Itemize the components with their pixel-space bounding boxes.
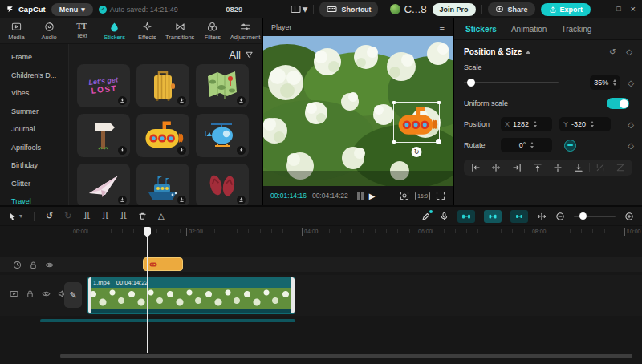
resize-handle[interactable] [392, 140, 396, 144]
sticker-helicopter[interactable] [196, 114, 249, 157]
y-stepper[interactable] [591, 119, 594, 129]
align-right-button[interactable] [506, 162, 527, 173]
rotate-stepper[interactable] [530, 140, 534, 150]
record-voiceover-button[interactable] [440, 212, 449, 221]
linked-audio-strip[interactable] [40, 319, 295, 322]
split-button[interactable]: ][ [83, 212, 90, 220]
sticker-flip-flops[interactable] [196, 164, 249, 205]
category-travel[interactable]: Travel [0, 192, 68, 205]
align-center-horizontal-button[interactable] [486, 162, 507, 173]
export-button[interactable]: Export [541, 3, 591, 16]
category-vibes[interactable]: Vibes [0, 84, 68, 103]
zoom-out-button[interactable] [555, 212, 565, 221]
playhead[interactable] [147, 227, 148, 353]
tab-inspector-animation[interactable]: Animation [511, 25, 547, 34]
rotate-dial[interactable] [564, 140, 576, 152]
join-pro-button[interactable]: Join Pro [433, 3, 476, 16]
category-frame[interactable]: Frame [0, 48, 68, 67]
select-tool-button[interactable]: ▾ [8, 212, 22, 221]
keyframe-diamond-button[interactable]: ◇ [626, 47, 632, 56]
keyframe-pen-button[interactable] [421, 212, 431, 221]
distribute-horizontal-button[interactable] [590, 162, 611, 173]
category-childrens-day[interactable]: Children's D... [0, 67, 68, 85]
track-lock-button[interactable] [26, 289, 35, 298]
auto-link-button[interactable] [510, 210, 528, 223]
focus-button[interactable] [400, 191, 409, 200]
sticker-selection-box[interactable]: ↻ [393, 102, 440, 143]
scale-slider-knob[interactable] [467, 79, 475, 87]
maximize-button[interactable]: □ [616, 6, 620, 13]
uniform-scale-toggle[interactable] [607, 98, 629, 109]
tab-transitions[interactable]: Transitions [164, 18, 197, 43]
rotate-value-box[interactable]: 0° [501, 138, 552, 152]
filter-all-button[interactable]: All [229, 49, 241, 61]
category-journal[interactable]: Journal [0, 120, 68, 139]
resize-handle[interactable] [437, 101, 441, 104]
tab-filters[interactable]: Filters [197, 18, 230, 43]
keyframe-diamond-button[interactable]: ◇ [628, 120, 634, 129]
sticker-paper-plane[interactable] [77, 164, 130, 205]
undo-button[interactable]: ↺ [46, 212, 53, 220]
sticker-map[interactable] [196, 64, 249, 107]
sticker-ship[interactable] [136, 164, 189, 205]
tab-adjustment[interactable]: Adjustment [229, 18, 262, 43]
track-duration-button[interactable] [13, 261, 22, 269]
timeline-ruler[interactable]: 00:00 02:00 04:00 06:00 08:00 10:00 [0, 227, 642, 240]
tab-inspector-stickers[interactable]: Stickers [465, 25, 497, 34]
video-clip[interactable]: 1.mp4 00:04:14:22 [87, 277, 295, 314]
play-button[interactable]: ▶ [369, 192, 376, 200]
category-glitter[interactable]: Glitter [0, 175, 68, 193]
sticker-lets-get-lost[interactable]: Let's get LOST [77, 64, 130, 107]
scale-stepper[interactable] [613, 78, 616, 87]
sticker-clip[interactable] [143, 257, 183, 271]
aspect-ratio-button[interactable]: 16:9 [415, 192, 430, 200]
link-main-track-button[interactable] [457, 210, 475, 223]
reset-button[interactable]: ↺ [609, 47, 616, 56]
delete-left-button[interactable]: ][ [101, 212, 108, 220]
draft-edit-button[interactable]: ✎ [64, 282, 82, 308]
align-top-button[interactable] [527, 162, 548, 173]
resize-handle[interactable] [392, 101, 396, 104]
category-summer[interactable]: Summer [0, 103, 68, 121]
zoom-in-button[interactable] [624, 212, 634, 221]
category-aprilfools[interactable]: Aprilfools [0, 139, 68, 157]
redo-button[interactable]: ↻ [64, 212, 71, 220]
account-button[interactable]: C...8 [390, 3, 426, 15]
track-cover-button[interactable] [10, 289, 18, 298]
tab-text[interactable]: TT Text [66, 18, 99, 43]
zoom-slider-knob[interactable] [579, 212, 587, 220]
sticker-signpost[interactable] [77, 114, 130, 157]
keyframe-diamond-button[interactable]: ◇ [628, 79, 634, 87]
frame-step-icon[interactable] [357, 192, 364, 200]
align-left-button[interactable] [465, 162, 486, 173]
scale-slider[interactable] [464, 82, 559, 83]
submarine-sticker-overlay[interactable] [395, 104, 438, 140]
distribute-vertical-button[interactable] [610, 162, 631, 173]
filter-funnel-button[interactable] [245, 51, 254, 59]
align-bottom-button[interactable] [568, 162, 589, 173]
delete-right-button[interactable]: ][ [120, 212, 127, 220]
tab-media[interactable]: Media [0, 18, 33, 43]
trim-handle-left[interactable] [88, 277, 91, 313]
timeline-zoom-slider[interactable] [574, 216, 616, 217]
trim-handle-right[interactable] [291, 277, 295, 313]
resize-handle[interactable] [436, 139, 441, 144]
align-center-vertical-button[interactable] [548, 162, 569, 173]
minimize-button[interactable]: — [601, 6, 607, 12]
collapse-caret-icon[interactable] [526, 48, 530, 54]
tab-stickers[interactable]: Stickers [98, 18, 131, 43]
scale-value-box[interactable]: 35% [590, 75, 620, 90]
sticker-suitcase[interactable] [136, 64, 189, 107]
position-x-box[interactable]: X 1282 [501, 117, 552, 131]
track-visibility-button[interactable] [42, 289, 51, 298]
magnetic-snap-button[interactable] [484, 210, 502, 223]
close-button[interactable]: × [631, 5, 636, 14]
tab-inspector-tracking[interactable]: Tracking [561, 25, 591, 34]
rotate-handle[interactable]: ↻ [412, 147, 422, 157]
track-visibility-button[interactable] [45, 261, 54, 269]
x-stepper[interactable] [534, 119, 537, 129]
track-lock-button[interactable] [29, 261, 38, 269]
category-birthday[interactable]: Birthday [0, 156, 68, 175]
tab-effects[interactable]: Effects [131, 18, 164, 43]
fullscreen-button[interactable] [436, 191, 445, 200]
